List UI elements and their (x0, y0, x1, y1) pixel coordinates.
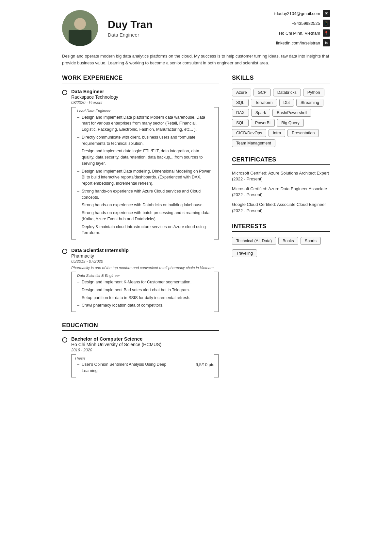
bullet-item: Crawl pharmacy location data of competit… (77, 302, 212, 309)
skill-tag: DAX (232, 109, 249, 117)
skill-tag: Terraform (251, 99, 277, 107)
linkedin-text: linkedin.com/in/seistran (276, 41, 320, 45)
work-experience-section: WORK EXPERIENCE Data Engineer Rackspace … (62, 75, 219, 312)
skill-tag: Python (303, 89, 324, 96)
job-title: Data Engineer (108, 32, 274, 38)
job-details-2: Data Scientist & Engineer Design and Imp… (71, 272, 219, 312)
job-dot-1 (62, 90, 67, 95)
skill-tags-container: Azure GCP Databricks Python SQL Terrafor… (232, 89, 330, 147)
job-role-2: Data Scientist & Engineer (77, 274, 214, 278)
edu-entry-1: Bachelor of Computer Science Ho Chi Minh… (62, 336, 219, 378)
job-details-1: Lead Data Engineer Design and implement … (71, 107, 219, 240)
location-item: Ho Chi Minh, Vietnam 📍 (279, 29, 330, 37)
job-period-1: 08/2020 - Present (71, 100, 219, 105)
job-period-2: 05/2019 - 07/2020 (71, 259, 219, 264)
contact-block: tdaduy2104@gmail.com ✉ +84359982525 📱 Ho… (274, 10, 330, 46)
job-dot-2 (62, 249, 67, 254)
thesis-title-list: User's Opinion Sentiment Analysis Using … (74, 362, 183, 376)
skill-tag: PowerBI (251, 119, 275, 127)
thesis-label: Thesis (74, 356, 214, 360)
phone-text: +84359982525 (292, 21, 320, 26)
skill-tag: Databricks (273, 89, 301, 96)
bullet-item: Design and implement Data modeling, Dime… (77, 168, 212, 187)
work-experience-header: WORK EXPERIENCE (62, 75, 219, 83)
bullet-item: Design and Implement Bad votes alert cha… (77, 287, 212, 293)
job-role-1: Lead Data Engineer (77, 109, 214, 113)
job-company-1: Rackspace Technology (71, 94, 219, 100)
skill-tag: Presentation (287, 129, 319, 137)
skill-tag: SQL (232, 119, 249, 127)
bullet-item: Deploy & maintain cloud infrastructure s… (77, 224, 212, 236)
skill-tag: Big Query (277, 119, 304, 127)
edu-period: 2016 - 2020 (71, 348, 219, 352)
linkedin-icon: in (323, 39, 330, 46)
email-text: tdaduy2104@gmail.com (274, 11, 320, 16)
education-section: EDUCATION Bachelor of Computer Science H… (62, 322, 219, 378)
skill-tag: Team Management (232, 139, 275, 147)
edu-dot-1 (62, 337, 67, 343)
certificates-header: CERTIFICATES (232, 156, 330, 165)
right-column: SKILLS Azure GCP Databricks Python SQL T… (232, 75, 330, 385)
job-title-2: Data Scientist Internship (71, 247, 219, 253)
bullet-item: Strong hands-on experience with Azure Cl… (77, 188, 212, 201)
skills-header: SKILLS (232, 75, 330, 83)
skill-tag: CICD/DevOps (232, 129, 266, 137)
email-item: tdaduy2104@gmail.com ✉ (274, 10, 330, 17)
bullet-item: Design and implement Data platform: Mode… (77, 114, 212, 133)
certificates-section: CERTIFICATES Microsoft Certified: Azure … (232, 156, 330, 214)
svg-rect-3 (69, 30, 91, 46)
edu-school: Ho Chi Minh University of Science (HCMUS… (71, 342, 219, 347)
left-column: WORK EXPERIENCE Data Engineer Rackspace … (62, 75, 219, 385)
skill-tag: Bash/Powershell (272, 109, 311, 117)
avatar (62, 10, 98, 46)
cert-item-3: Google Cloud Certified: Associate Cloud … (232, 202, 330, 213)
skill-tag: Dbt (279, 99, 294, 107)
skill-tag: GCP (253, 89, 271, 96)
full-name: Duy Tran (108, 19, 274, 31)
linkedin-item: linkedin.com/in/seistran in (276, 39, 330, 46)
interest-tag-4: Traveling (232, 249, 257, 257)
cert-item-1: Microsoft Certified: Azure Solutions Arc… (232, 170, 330, 182)
phone-icon: 📱 (323, 20, 330, 27)
skill-tag: Spark (251, 109, 270, 117)
skill-tag: Azure (232, 89, 251, 96)
bullet-item: Design and Implement K-Means for Custome… (77, 279, 212, 285)
location-text: Ho Chi Minh, Vietnam (279, 31, 320, 36)
bullet-item: Strong hands-on experience with batch pr… (77, 210, 212, 222)
interest-tag-sports: Sports (301, 237, 321, 245)
job-company-2: Pharmacity (71, 253, 219, 259)
job-entry-2: Data Scientist Internship Pharmacity 05/… (62, 247, 219, 312)
location-icon: 📍 (323, 29, 330, 37)
company-desc-2: Pharmacity is one of the top modern and … (71, 266, 219, 270)
cert-item-2: Microsoft Certified: Azure Data Engineer… (232, 186, 330, 198)
interests-header: INTERESTS (232, 223, 330, 232)
bullet-item: Directly communicate with client, busine… (77, 134, 212, 147)
skill-tag-streaming: Streaming (296, 99, 323, 107)
skill-tag: SQL (232, 99, 249, 107)
education-header: EDUCATION (62, 322, 219, 331)
skill-tag: Infra (269, 129, 285, 137)
interests-section: INTERESTS Technical (AI, Data) Books Spo… (232, 223, 330, 257)
skills-section: SKILLS Azure GCP Databricks Python SQL T… (232, 75, 330, 147)
thesis-row: User's Opinion Sentiment Analysis Using … (74, 362, 214, 376)
name-block: Duy Tran Data Engineer (108, 19, 274, 38)
email-icon: ✉ (323, 10, 330, 17)
bullet-item: Strong hands-on experience with Databric… (77, 202, 212, 208)
header-section: Duy Tran Data Engineer tdaduy2104@gmail.… (62, 10, 330, 46)
job-title-1: Data Engineer (71, 89, 219, 94)
phone-item: +84359982525 📱 (292, 20, 330, 27)
thesis-title: User's Opinion Sentiment Analysis Using … (77, 362, 180, 374)
summary-text: Design and operate modern big data analy… (62, 53, 330, 67)
edu-degree: Bachelor of Computer Science (71, 336, 219, 342)
job-bullets-2: Design and Implement K-Means for Custome… (74, 279, 214, 309)
svg-point-1 (74, 18, 86, 30)
job-entry-1: Data Engineer Rackspace Technology 08/20… (62, 89, 219, 240)
thesis-score: 9,5/10 pts (196, 362, 214, 376)
bullet-item: Setup partition for data in SSIS for dai… (77, 295, 212, 301)
edu-thesis-box: Thesis User's Opinion Sentiment Analysis… (71, 354, 219, 378)
interest-tag-1: Technical (AI, Data) (232, 237, 276, 245)
bullet-item: Design and implement data logic: ETL/ELT… (77, 148, 212, 166)
interest-tags-container: Technical (AI, Data) Books Sports Travel… (232, 237, 330, 257)
job-bullets-1: Design and implement Data platform: Mode… (74, 114, 214, 236)
main-layout: WORK EXPERIENCE Data Engineer Rackspace … (62, 75, 330, 385)
